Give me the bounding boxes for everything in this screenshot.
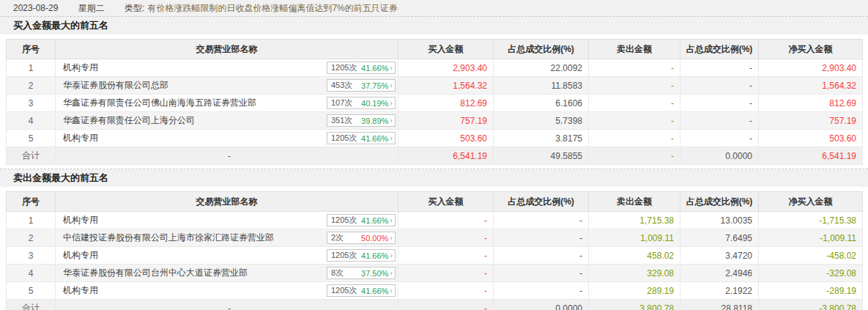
rank-cell: 2 (7, 229, 56, 247)
buy-amount-cell: - (398, 247, 494, 265)
sell-amount-cell: - (589, 59, 680, 77)
sell-pct-cell: - (680, 59, 759, 77)
buy-pct-cell: - (494, 247, 589, 265)
broker-cell: 机构专用1205次41.66%› (56, 130, 398, 147)
net-amount-cell: -3,800.78 (759, 300, 863, 310)
buy-pct-cell: 5.7398 (494, 112, 589, 130)
rank-cell: 2 (7, 77, 56, 95)
sell-table: 序号交易营业部名称买入金额占总成交比例(%)卖出金额占总成交比例(%)净买入金额… (6, 191, 863, 310)
broker-cell-content: - (63, 147, 396, 164)
broker-cell-content: 机构专用1205次41.66%› (63, 282, 396, 299)
sell-pct-cell: - (680, 112, 759, 130)
column-header: 占总成交比例(%) (680, 40, 759, 59)
badge-times: 2次 (331, 232, 344, 243)
chevron-right-icon: › (390, 64, 393, 72)
sell-amount-cell: 329.08 (589, 265, 680, 282)
history-badge[interactable]: 1205次41.66%› (327, 214, 396, 226)
date-bar: 2023-08-29 星期二 类型:有价格涨跌幅限制的日收盘价格涨幅偏离值达到7… (0, 0, 868, 17)
broker-cell: 机构专用1205次41.66%› (56, 59, 398, 77)
column-header: 占总成交比例(%) (680, 192, 759, 212)
history-badge[interactable]: 1205次41.66%› (327, 284, 396, 297)
history-badge[interactable]: 2次50.00%› (327, 232, 396, 244)
badge-percent: 39.89% (361, 117, 388, 125)
broker-name: - (228, 151, 231, 161)
column-header: 交易营业部名称 (56, 192, 398, 212)
buy-pct-cell: 0.0000 (494, 300, 589, 310)
buy-amount-cell: - (398, 212, 494, 229)
history-badge[interactable]: 453次37.75%› (327, 79, 396, 92)
buy-amount-cell: 6,541.19 (398, 147, 494, 165)
history-badge[interactable]: 1205次41.66%› (327, 132, 396, 144)
broker-cell: 华泰证券股份有限公司台州中心大道证券营业部8次37.50%› (56, 265, 398, 282)
column-header: 卖出金额 (589, 192, 680, 212)
history-badge[interactable]: 8次37.50%› (327, 267, 396, 279)
badge-percent: 41.66% (361, 251, 388, 260)
sell-amount-cell: 289.19 (589, 282, 680, 300)
buy-amount-cell: 2,903.40 (398, 59, 494, 77)
table-row: 5机构专用1205次41.66%›--289.192.1922-289.19 (7, 282, 863, 300)
sell-amount-cell: 3,800.78 (589, 300, 680, 310)
broker-name: 中信建投证券股份有限公司上海市徐家汇路证券营业部 (63, 232, 274, 244)
broker-cell: 机构专用1205次41.66%› (56, 212, 398, 229)
broker-cell-content: 机构专用1205次41.66%› (63, 59, 396, 76)
chevron-right-icon: › (390, 81, 393, 89)
broker-name: 华泰证券股份有限公司台州中心大道证券营业部 (63, 267, 248, 279)
sell-pct-cell: - (680, 77, 759, 95)
net-amount-cell: -329.08 (759, 265, 863, 282)
chevron-right-icon: › (390, 251, 393, 259)
broker-cell: 机构专用1205次41.66%› (56, 247, 398, 265)
broker-cell: 华鑫证券有限责任公司上海分公司351次39.89%› (56, 112, 398, 130)
column-header: 买入金额 (398, 192, 494, 212)
chevron-right-icon: › (390, 99, 393, 107)
type-label: 类型: (125, 3, 144, 13)
sell-pct-cell: 3.4720 (680, 247, 759, 265)
sell-amount-cell: - (589, 147, 680, 165)
table-row: 2华泰证券股份有限公司总部453次37.75%›1,564.3211.8583-… (7, 77, 863, 95)
header-row: 序号交易营业部名称买入金额占总成交比例(%)卖出金额占总成交比例(%)净买入金额 (7, 40, 863, 59)
header-row: 序号交易营业部名称买入金额占总成交比例(%)卖出金额占总成交比例(%)净买入金额 (7, 192, 863, 212)
history-badge[interactable]: 1205次41.66%› (327, 62, 396, 74)
badge-times: 1205次 (331, 215, 357, 226)
column-header: 买入金额 (398, 40, 494, 59)
history-badge[interactable]: 107次40.19%› (327, 97, 396, 109)
broker-cell: - (56, 147, 398, 165)
badge-percent: 40.19% (361, 99, 388, 108)
rank-cell: 4 (7, 112, 56, 130)
rank-cell: 5 (7, 130, 56, 147)
table-row: 3华鑫证券有限责任公司佛山南海海五路证券营业部107次40.19%›812.69… (7, 95, 863, 112)
buy-pct-cell: 6.1606 (494, 95, 589, 112)
broker-cell-content: - (63, 300, 396, 310)
sell-amount-cell: 1,715.38 (589, 212, 680, 229)
weekday-text: 星期二 (78, 3, 105, 13)
buy-pct-cell: 11.8583 (494, 77, 589, 95)
broker-cell: - (56, 300, 398, 310)
buy-pct-cell: 22.0092 (494, 59, 589, 77)
rank-cell: 合计 (7, 300, 56, 310)
buy-amount-cell: - (398, 229, 494, 247)
broker-name: 华泰证券股份有限公司总部 (63, 79, 168, 92)
table-row: 1机构专用1205次41.66%›2,903.4022.0092--2,903.… (7, 59, 863, 77)
net-amount-cell: -1,009.11 (759, 229, 863, 247)
rank-cell: 1 (7, 212, 56, 229)
history-badge[interactable]: 351次39.89%› (327, 114, 396, 127)
history-badge[interactable]: 1205次41.66%› (327, 249, 396, 262)
table-row: 2中信建投证券股份有限公司上海市徐家汇路证券营业部2次50.00%›--1,00… (7, 229, 863, 247)
broker-name: 机构专用 (63, 62, 98, 74)
buy-section-title: 买入金额最大的前五名 (0, 17, 868, 34)
net-amount-cell: 812.69 (759, 95, 863, 112)
sell-pct-cell: 0.0000 (680, 147, 759, 165)
buy-amount-cell: 503.60 (398, 130, 494, 147)
net-amount-cell: -1,715.38 (759, 212, 863, 229)
sell-amount-cell: 458.02 (589, 247, 680, 265)
buy-table: 序号交易营业部名称买入金额占总成交比例(%)卖出金额占总成交比例(%)净买入金额… (6, 39, 863, 165)
buy-amount-cell: - (398, 300, 494, 310)
badge-times: 8次 (331, 267, 344, 278)
badge-times: 1205次 (331, 285, 357, 296)
buy-pct-cell: - (494, 265, 589, 282)
broker-cell-content: 华鑫证券有限责任公司上海分公司351次39.89%› (63, 112, 396, 129)
badge-times: 107次 (331, 97, 352, 108)
rank-cell: 合计 (7, 147, 56, 165)
broker-cell: 机构专用1205次41.66%› (56, 282, 398, 300)
net-amount-cell: 2,903.40 (759, 59, 863, 77)
column-header: 卖出金额 (589, 40, 680, 59)
